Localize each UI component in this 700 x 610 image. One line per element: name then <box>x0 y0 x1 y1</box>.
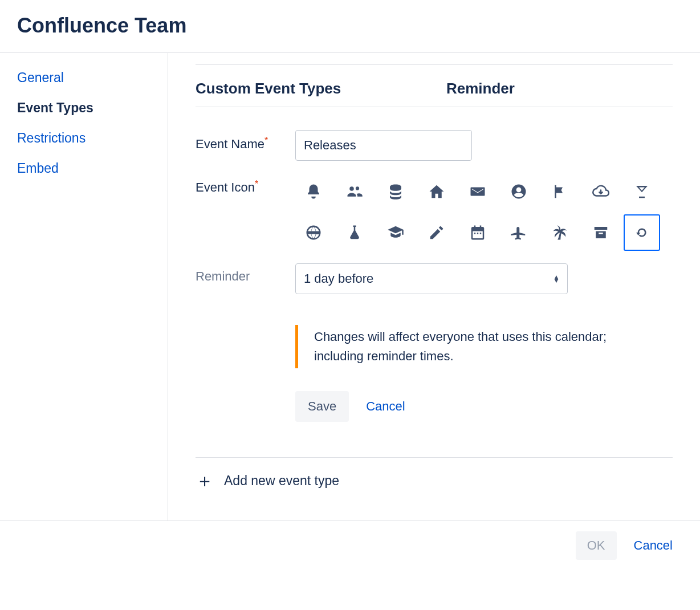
basketball-icon[interactable] <box>295 214 332 251</box>
flag-icon[interactable] <box>542 173 578 210</box>
reminder-select[interactable]: 1 day before <box>295 263 568 294</box>
cocktail-icon[interactable] <box>624 173 660 210</box>
add-event-type-button[interactable]: ＋ Add new event type <box>196 457 673 507</box>
page-title: Confluence Team <box>17 14 683 38</box>
bell-icon[interactable] <box>295 173 332 210</box>
calendar-icon[interactable] <box>459 214 496 251</box>
archive-icon[interactable] <box>583 214 619 251</box>
plus-icon: ＋ <box>196 471 214 490</box>
refresh-icon[interactable] <box>624 214 660 251</box>
sidebar-item-embed[interactable]: Embed <box>17 161 168 176</box>
event-name-label: Event Name* <box>196 130 295 152</box>
column-headers: Custom Event Types Reminder <box>196 71 673 107</box>
save-button[interactable]: Save <box>295 391 349 422</box>
sidebar-item-general[interactable]: General <box>17 70 168 86</box>
add-event-type-label: Add new event type <box>224 473 339 489</box>
database-icon[interactable] <box>377 173 414 210</box>
dialog-footer: OK Cancel <box>0 520 700 570</box>
event-icon-label: Event Icon* <box>196 173 295 195</box>
column-header-reminder: Reminder <box>446 80 515 97</box>
person-circle-icon[interactable] <box>500 173 537 210</box>
divider <box>196 64 673 65</box>
column-header-custom: Custom Event Types <box>196 80 446 97</box>
edit-icon[interactable] <box>418 214 455 251</box>
ok-button[interactable]: OK <box>576 531 617 560</box>
graduation-icon[interactable] <box>377 214 414 251</box>
people-icon[interactable] <box>336 173 373 210</box>
plane-icon[interactable] <box>500 214 537 251</box>
footer-cancel-link[interactable]: Cancel <box>634 538 673 553</box>
home-icon[interactable] <box>418 173 455 210</box>
warning-message: Changes will affect everyone that uses t… <box>295 325 616 368</box>
event-name-input[interactable] <box>295 130 472 161</box>
dialog-header: Confluence Team <box>0 0 700 53</box>
mail-icon[interactable] <box>459 173 496 210</box>
reminder-label: Reminder <box>196 263 295 284</box>
sidebar-item-event-types[interactable]: Event Types <box>17 100 168 116</box>
sidebar-nav: General Event Types Restrictions Embed <box>0 53 168 520</box>
flask-icon[interactable] <box>336 214 373 251</box>
sidebar-item-restrictions[interactable]: Restrictions <box>17 131 168 146</box>
cancel-link[interactable]: Cancel <box>366 399 405 414</box>
palm-icon[interactable] <box>542 214 578 251</box>
cloud-icon[interactable] <box>583 173 619 210</box>
main-panel: Custom Event Types Reminder Event Name* … <box>168 53 700 520</box>
icon-picker <box>295 173 660 251</box>
